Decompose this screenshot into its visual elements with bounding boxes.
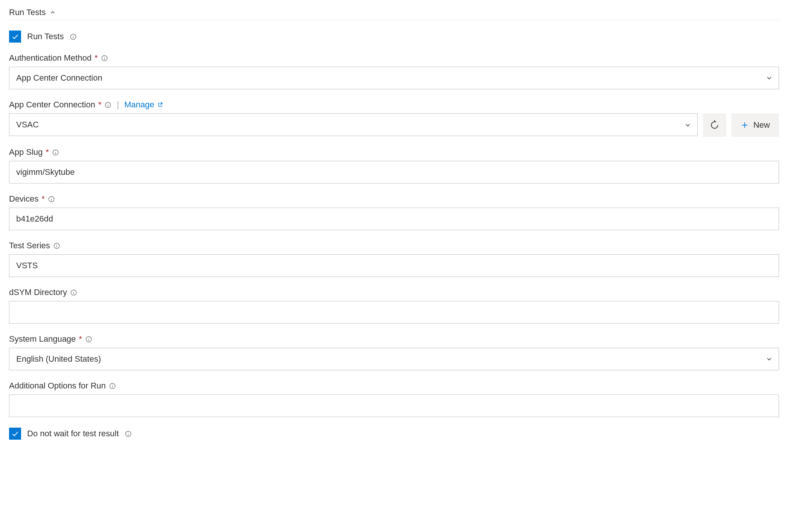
refresh-button[interactable]: [703, 113, 726, 137]
svg-point-5: [104, 57, 104, 57]
dsym-directory-label: dSYM Directory: [9, 287, 67, 297]
svg-point-19: [57, 244, 57, 245]
new-button-label: New: [753, 120, 770, 130]
info-icon[interactable]: [70, 289, 77, 296]
svg-point-2: [73, 35, 73, 35]
svg-point-28: [112, 384, 113, 385]
test-series-input[interactable]: [9, 254, 779, 277]
auth-method-select[interactable]: [9, 67, 779, 89]
svg-point-31: [128, 432, 128, 433]
svg-point-13: [55, 151, 56, 151]
devices-label: Devices: [9, 194, 38, 204]
section-title: Run Tests: [9, 8, 46, 17]
new-button[interactable]: New: [731, 113, 779, 137]
info-icon[interactable]: [52, 149, 59, 156]
info-icon[interactable]: [48, 196, 55, 203]
required-marker: *: [98, 100, 102, 110]
svg-point-22: [73, 291, 74, 291]
svg-point-25: [89, 338, 89, 338]
svg-point-16: [51, 197, 52, 198]
system-language-label: System Language: [9, 334, 76, 344]
run-tests-label: Run Tests: [27, 32, 64, 41]
info-icon[interactable]: [109, 382, 116, 390]
required-marker: *: [95, 53, 98, 63]
system-language-select[interactable]: [9, 348, 779, 370]
do-not-wait-label: Do not wait for test result: [27, 429, 119, 439]
info-icon[interactable]: [70, 33, 77, 40]
info-icon[interactable]: [101, 55, 108, 62]
info-icon[interactable]: [53, 242, 60, 249]
dsym-directory-input[interactable]: [9, 301, 779, 324]
do-not-wait-checkbox[interactable]: [9, 428, 21, 440]
additional-options-label: Additional Options for Run: [9, 381, 106, 391]
app-slug-input[interactable]: [9, 161, 779, 183]
auth-method-label: Authentication Method: [9, 53, 92, 63]
manage-link-text: Manage: [124, 100, 154, 110]
manage-link[interactable]: Manage: [124, 100, 163, 110]
run-tests-checkbox[interactable]: [9, 31, 21, 43]
label-divider: |: [117, 100, 119, 110]
info-icon[interactable]: [125, 430, 132, 437]
app-center-connection-label: App Center Connection: [9, 100, 95, 110]
required-marker: *: [41, 194, 45, 204]
info-icon[interactable]: [104, 101, 111, 109]
app-slug-label: App Slug: [9, 147, 43, 157]
section-header-run-tests[interactable]: Run Tests: [9, 8, 779, 20]
devices-input[interactable]: [9, 208, 779, 230]
app-center-connection-select[interactable]: [9, 113, 698, 136]
svg-point-8: [108, 103, 108, 104]
test-series-label: Test Series: [9, 241, 50, 251]
external-link-icon: [157, 100, 163, 110]
required-marker: *: [79, 334, 82, 344]
additional-options-input[interactable]: [9, 394, 779, 417]
info-icon[interactable]: [85, 336, 92, 343]
chevron-up-icon: [49, 9, 56, 16]
required-marker: *: [46, 147, 49, 157]
